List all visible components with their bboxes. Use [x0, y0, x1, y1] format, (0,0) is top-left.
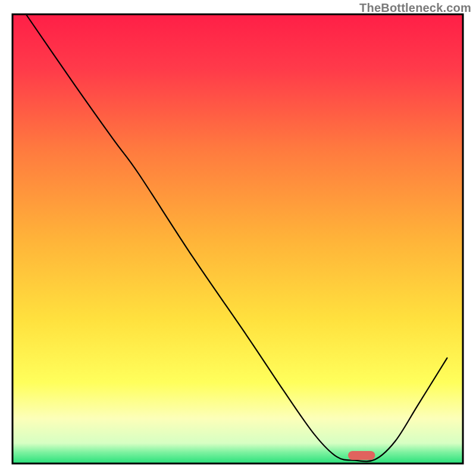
bottleneck-chart	[0, 0, 476, 476]
optimal-range-marker	[348, 451, 375, 460]
watermark-label: TheBottleneck.com	[359, 1, 471, 15]
plot-background	[12, 14, 463, 464]
